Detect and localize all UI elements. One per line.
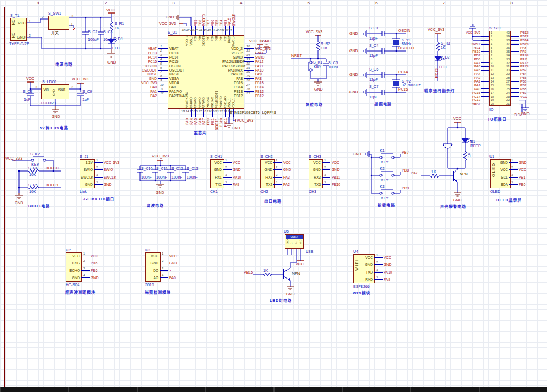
pin-stub: 2 (160, 263, 168, 263)
net-label: BOOT1 (215, 118, 219, 130)
net-label: PB15 (519, 42, 529, 46)
ultrasonic-module: U2 VCC 1 VCC TRIG 2 PB5 ECHO 3 PB6 GND 4… (64, 247, 129, 297)
net-label: PB0 (466, 58, 481, 61)
pin-row: SDA 4 PB0 (491, 181, 526, 188)
net-label (168, 269, 171, 273)
pin-row: PA6 10 (466, 65, 494, 68)
pin-number: 17 (489, 91, 494, 94)
section-caption: IO拓展口 (488, 117, 506, 121)
mcu-circuit: S_U1 GND VCC_3V3 VCC_3V3 GND VCC_3V3 GND… (154, 12, 289, 140)
pin-number: 27 (504, 80, 511, 83)
designator: S_C12 (171, 167, 183, 170)
pin-stub (481, 44, 489, 45)
net-label: PB1 (518, 175, 525, 179)
pin-row: VCC 1 VCC (211, 159, 241, 166)
pin-row: AO 4 PA0 (147, 274, 177, 281)
pin-stub: 3 (94, 177, 103, 178)
pin-stub: 1 (223, 162, 232, 163)
light-sensor-module: U3 VCC 1 VCC GND 2 GND DO 3 AO 4 PA0 551… (144, 247, 206, 297)
power-net-label: GND (107, 60, 116, 64)
pin-stub (481, 40, 489, 41)
net-label: PB11 (224, 118, 227, 127)
net-label: PB9 (194, 20, 198, 26)
component-value: 10uF (103, 37, 112, 41)
pin-row: GND 2 GND (262, 166, 291, 173)
pin-name: VCC (262, 161, 274, 165)
pin-column: PB4 40 PB4 (219, 13, 224, 59)
designator: S_C9 (82, 90, 92, 93)
net-label: PB1 (211, 118, 214, 125)
sheet-border-top (4, 7, 547, 7)
pin-stub: 1 (158, 48, 168, 49)
pin-number: 8 (160, 74, 162, 78)
pin-row: TRIG 2 PB5 (67, 260, 98, 267)
pin-name: PC15 (168, 60, 178, 64)
component-value: 100nF (141, 175, 152, 179)
pin-stub (511, 78, 519, 78)
power-net-label: GND (349, 90, 358, 94)
pin-number: 1 (225, 159, 227, 162)
pin-row: PC14 18 (466, 94, 494, 98)
net-label: PA5 (466, 68, 481, 72)
pin-number: 1 (83, 252, 85, 255)
net-label: PB6 (211, 20, 214, 26)
net-label: PA10 (383, 270, 392, 274)
pin-number: 44 (199, 29, 202, 32)
net-label: PA6 (466, 65, 481, 68)
pin-number: 2 (83, 259, 85, 262)
pin-number: 13 (489, 76, 494, 79)
component-value: 1K (431, 170, 436, 174)
net-label: PB4 (519, 72, 527, 75)
designator: S_R3 (441, 41, 450, 45)
pin-number: 4 (324, 180, 326, 184)
pin-name: Vin (43, 87, 49, 91)
pin-row: 25 PB8 (504, 87, 529, 91)
component-value: LED (439, 65, 447, 69)
pin-number: 46 (190, 29, 194, 32)
pin-row: 32 PA12 (504, 61, 529, 65)
io-right-pins: 40 PB12 39 PB13 38 PB14 37 PB15 36 PA8 3… (504, 31, 529, 106)
net-label: PB8 (519, 87, 527, 91)
pin-number: 11 (160, 87, 163, 91)
pin-number: 38 (224, 29, 228, 32)
pin-number: 3 (489, 39, 494, 42)
designator: S_D1 (113, 37, 123, 41)
pin-number: 31 (504, 65, 511, 68)
pin-name: PC14 (168, 55, 178, 59)
net-label: OSCOUT (133, 68, 158, 72)
net-label: PB3 (224, 20, 227, 26)
part-number: STM32F103C8T6_LQFP48 (230, 111, 276, 115)
net-label: PC14 (398, 70, 408, 74)
pin-row: RX3 3 PB11 (310, 174, 340, 181)
power-net-label: VCC (26, 77, 34, 80)
pin-row: PC13 19 (466, 98, 494, 102)
pin-stub (481, 62, 489, 63)
net-label: VCC_3V3 (103, 161, 119, 165)
pin-name: PB2/BOOT1 (215, 91, 218, 109)
pin-name: PA9/TX (222, 72, 244, 76)
ruler-number: 5 (275, 1, 343, 6)
pin-stub (481, 96, 489, 97)
pin-row: PA4 12 (466, 72, 494, 76)
serial-ch1-pins: VCC 1 VCC GND 2 GND RX1 3 PA10 TX1 4 PA9 (211, 159, 241, 188)
pin-name: VSSA (168, 77, 179, 80)
power-net-label: VCC (106, 8, 115, 12)
pin-number: 14 (186, 110, 189, 113)
pin-name: VSS_3 (189, 35, 193, 46)
wiring-graphic (136, 154, 196, 209)
pin-name: PA0 (168, 85, 176, 89)
oled-circuit: U1 OLED GND 1 GND VCC 2 VCC SCL 3 PB1 SD… (487, 154, 546, 205)
pin-number: 2 (96, 166, 98, 169)
pin-number: 3 (35, 85, 37, 89)
pin-stub: 4 (322, 184, 330, 185)
pin-row: GND 1 GND (491, 159, 526, 166)
pin-stub (481, 104, 489, 104)
pin-number: 4 (162, 274, 163, 277)
pin-name: PB9 (194, 35, 197, 41)
power-net-label: GND (314, 87, 323, 91)
pin-number: 26 (246, 87, 250, 91)
power-switch-body[interactable] (48, 16, 69, 30)
pin-stub: 7 (158, 74, 168, 74)
net-label: PA3 (185, 118, 189, 125)
pin-stub: 8 (158, 78, 168, 79)
